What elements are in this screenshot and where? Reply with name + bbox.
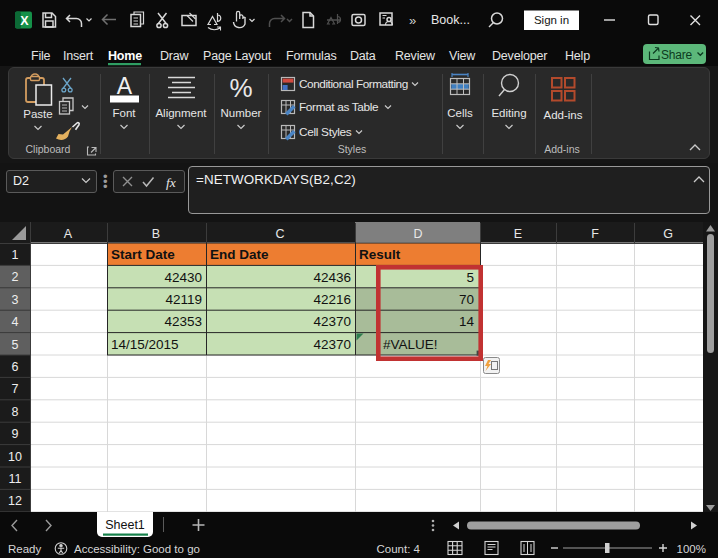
svg-text:42370: 42370 bbox=[313, 337, 351, 352]
svg-text:B: B bbox=[152, 227, 160, 241]
svg-text:Cell Styles: Cell Styles bbox=[299, 125, 352, 139]
svg-text:Accessibility: Good to go: Accessibility: Good to go bbox=[74, 543, 200, 555]
svg-text:Share: Share bbox=[661, 48, 693, 62]
svg-text:100%: 100% bbox=[677, 543, 706, 555]
svg-text:12: 12 bbox=[8, 494, 22, 508]
svg-text:42430: 42430 bbox=[164, 270, 202, 285]
svg-text:70: 70 bbox=[459, 292, 474, 307]
svg-text:Cells: Cells bbox=[447, 107, 473, 119]
svg-text:Add-ins: Add-ins bbox=[544, 109, 583, 121]
svg-text:Help: Help bbox=[565, 49, 590, 63]
svg-text:Clipboard: Clipboard bbox=[26, 143, 71, 155]
svg-text:1: 1 bbox=[12, 248, 19, 262]
svg-text:Editing: Editing bbox=[491, 107, 526, 119]
svg-text:10: 10 bbox=[8, 450, 22, 464]
svg-text:7: 7 bbox=[12, 382, 19, 396]
svg-text:14/15/2015: 14/15/2015 bbox=[111, 337, 179, 352]
svg-text:File: File bbox=[31, 49, 51, 63]
svg-text:Conditional Formatting: Conditional Formatting bbox=[299, 77, 408, 91]
svg-text:Data: Data bbox=[350, 49, 376, 63]
svg-text:Draw: Draw bbox=[160, 49, 190, 63]
svg-text:A: A bbox=[117, 73, 133, 99]
svg-text:Font: Font bbox=[112, 107, 136, 119]
svg-text:5: 5 bbox=[12, 338, 19, 352]
svg-text:»: » bbox=[409, 13, 416, 28]
svg-text:Sheet1: Sheet1 bbox=[105, 518, 145, 532]
svg-text:Paste: Paste bbox=[23, 108, 52, 120]
svg-text:42216: 42216 bbox=[313, 292, 351, 307]
svg-text:Page Layout: Page Layout bbox=[203, 49, 272, 63]
svg-text:Number: Number bbox=[221, 107, 262, 119]
svg-text:14: 14 bbox=[459, 314, 475, 329]
svg-text:11: 11 bbox=[9, 472, 22, 486]
svg-text:42353: 42353 bbox=[164, 314, 202, 329]
svg-text:42436: 42436 bbox=[313, 270, 351, 285]
svg-text:E: E bbox=[514, 227, 522, 241]
svg-text:6: 6 bbox=[12, 360, 19, 374]
svg-text:#VALUE!: #VALUE! bbox=[383, 337, 438, 352]
svg-text:Start Date: Start Date bbox=[111, 247, 175, 262]
svg-text:G: G bbox=[663, 227, 673, 241]
svg-text:8: 8 bbox=[12, 405, 19, 419]
svg-text:Sign in: Sign in bbox=[534, 14, 569, 26]
svg-text:Formulas: Formulas bbox=[286, 49, 337, 63]
svg-text:Styles: Styles bbox=[338, 143, 367, 155]
svg-text:D: D bbox=[413, 227, 422, 241]
svg-text:Review: Review bbox=[395, 49, 436, 63]
svg-text:X: X bbox=[20, 14, 29, 28]
svg-text:Add-ins: Add-ins bbox=[544, 143, 580, 155]
svg-text:4: 4 bbox=[12, 315, 19, 329]
svg-text:fx: fx bbox=[166, 175, 176, 190]
svg-text:Format as Table: Format as Table bbox=[299, 100, 379, 114]
svg-text:F: F bbox=[591, 227, 599, 241]
svg-text:Insert: Insert bbox=[63, 49, 94, 63]
svg-text:Home: Home bbox=[108, 49, 142, 63]
svg-text:Book...: Book... bbox=[431, 13, 470, 27]
svg-text:%: % bbox=[229, 73, 252, 103]
svg-text:A: A bbox=[64, 227, 73, 241]
svg-text:Result: Result bbox=[359, 247, 401, 262]
svg-text:Count: 4: Count: 4 bbox=[377, 543, 421, 555]
svg-text:Ready: Ready bbox=[8, 543, 41, 555]
svg-text:9: 9 bbox=[12, 427, 19, 441]
svg-text:End Date: End Date bbox=[210, 247, 269, 262]
svg-text:View: View bbox=[449, 49, 476, 63]
svg-text:Alignment: Alignment bbox=[155, 107, 207, 119]
svg-text:3: 3 bbox=[12, 293, 19, 307]
svg-text:C: C bbox=[275, 227, 284, 241]
svg-text:5: 5 bbox=[466, 270, 474, 285]
svg-text:2: 2 bbox=[12, 270, 19, 284]
svg-text:42119: 42119 bbox=[165, 292, 202, 307]
svg-text:42370: 42370 bbox=[313, 314, 351, 329]
svg-text:Developer: Developer bbox=[492, 49, 547, 63]
